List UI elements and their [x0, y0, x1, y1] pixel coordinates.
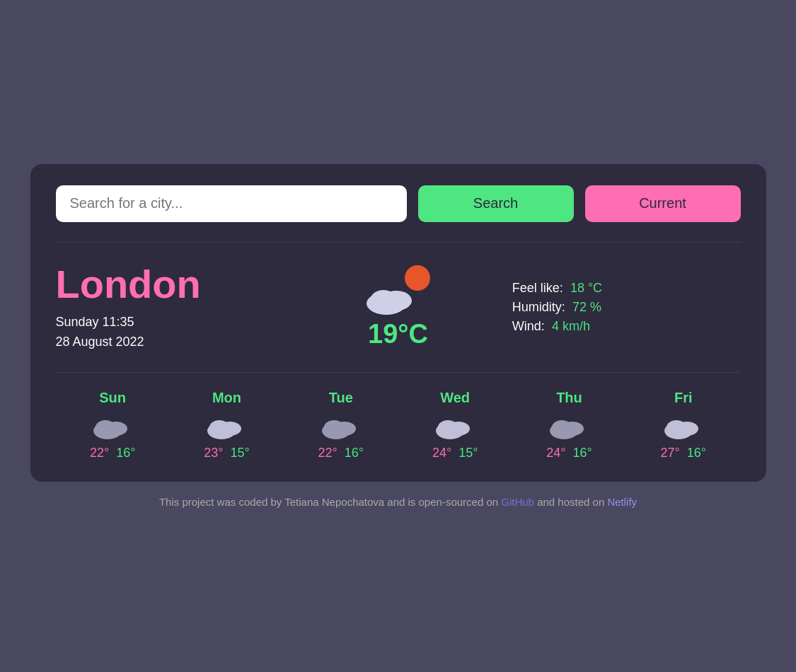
forecast-low: 15° — [231, 446, 250, 460]
feel-like-row: Feel like: 18 °C — [512, 281, 741, 296]
netlify-link[interactable]: Netlify — [607, 496, 637, 508]
forecast-low: 16° — [345, 446, 364, 460]
svg-point-11 — [324, 420, 344, 434]
forecast-day-name: Thu — [556, 390, 582, 406]
forecast-day-name: Fri — [674, 390, 693, 406]
forecast-day: Wed 24° 15° — [398, 390, 512, 460]
cloud-icon — [436, 412, 474, 439]
forecast-low: 16° — [572, 446, 592, 460]
forecast-low: 16° — [687, 446, 706, 460]
forecast-icon — [664, 412, 703, 440]
day-time: Sunday 11:35 — [56, 315, 134, 329]
forecast-low: 16° — [116, 446, 135, 460]
humidity-value: 72 % — [572, 300, 601, 314]
forecast-row: Sun 22° 16° Mon — [56, 390, 741, 460]
svg-point-2 — [371, 290, 396, 308]
forecast-high: 22° — [318, 446, 338, 460]
wind-label: Wind: — [512, 319, 545, 333]
current-weather-section: London Sunday 11:35 28 August 2022 — [56, 262, 741, 352]
forecast-icon — [322, 412, 360, 440]
forecast-icon — [207, 412, 246, 440]
feel-like-label: Feel like: — [512, 281, 563, 295]
app-wrapper: London Search Current London Sunday 11:3… — [0, 164, 796, 508]
forecast-high: 27° — [661, 446, 680, 460]
divider-2 — [56, 372, 741, 373]
forecast-day: Tue 22° 16° — [284, 390, 398, 460]
forecast-high: 22° — [90, 446, 109, 460]
weather-icon — [367, 265, 430, 315]
svg-point-14 — [438, 420, 458, 434]
weather-card: London Search Current London Sunday 11:3… — [30, 164, 766, 482]
forecast-icon — [550, 412, 588, 440]
forecast-high: 24° — [432, 446, 451, 460]
current-button[interactable]: Current — [585, 185, 741, 222]
forecast-icon — [436, 412, 474, 440]
humidity-row: Humidity: 72 % — [512, 300, 741, 315]
city-name: London — [56, 262, 284, 306]
cloud-icon — [367, 279, 417, 315]
search-row: London Search Current — [56, 185, 741, 222]
forecast-day: Fri 27° 16° — [626, 390, 740, 460]
forecast-day: Thu 24° 16° — [512, 390, 626, 460]
footer-text-before: This project was coded by Tetiana Nepoch… — [159, 496, 501, 508]
forecast-temps: 23° 15° — [204, 446, 249, 460]
forecast-temps: 24° 16° — [546, 446, 592, 460]
cloud-icon — [207, 412, 246, 439]
svg-point-20 — [667, 420, 686, 434]
cloud-icon — [550, 412, 588, 439]
humidity-label: Humidity: — [512, 300, 565, 314]
svg-point-5 — [96, 420, 115, 434]
forecast-day: Mon 23° 15° — [170, 390, 284, 460]
city-datetime: Sunday 11:35 28 August 2022 — [56, 312, 284, 353]
forecast-day-name: Wed — [440, 390, 470, 406]
feel-like-value: 18 °C — [570, 281, 602, 295]
forecast-temps: 27° 16° — [661, 446, 706, 460]
forecast-low: 15° — [458, 446, 478, 460]
forecast-temps: 22° 16° — [90, 446, 135, 460]
cloud-icon — [664, 412, 703, 439]
forecast-day: Sun 22° 16° — [56, 390, 170, 460]
city-info: London Sunday 11:35 28 August 2022 — [56, 262, 284, 352]
cloud-icon — [93, 412, 132, 439]
svg-point-17 — [552, 420, 572, 434]
divider-1 — [56, 242, 741, 243]
forecast-temps: 24° 15° — [432, 446, 478, 460]
weather-details: Feel like: 18 °C Humidity: 72 % Wind: 4 … — [512, 281, 741, 334]
cloud-icon — [322, 412, 360, 439]
github-link[interactable]: GitHub — [501, 496, 534, 508]
forecast-high: 24° — [546, 446, 565, 460]
forecast-day-name: Mon — [212, 390, 241, 406]
forecast-icon — [93, 412, 132, 440]
wind-value: 4 km/h — [552, 319, 590, 333]
wind-row: Wind: 4 km/h — [512, 319, 741, 334]
forecast-day-name: Sun — [99, 390, 126, 406]
forecast-temps: 22° 16° — [318, 446, 364, 460]
svg-point-8 — [209, 420, 229, 434]
date: 28 August 2022 — [56, 335, 144, 349]
search-input[interactable]: London — [56, 185, 407, 222]
forecast-day-name: Tue — [329, 390, 353, 406]
footer-text-middle: and hosted on — [534, 496, 607, 508]
main-temperature: 19°C — [368, 319, 428, 349]
footer: This project was coded by Tetiana Nepoch… — [159, 496, 637, 508]
forecast-high: 23° — [204, 446, 223, 460]
search-button[interactable]: Search — [418, 185, 574, 222]
weather-icon-temp: 19°C — [284, 265, 512, 349]
